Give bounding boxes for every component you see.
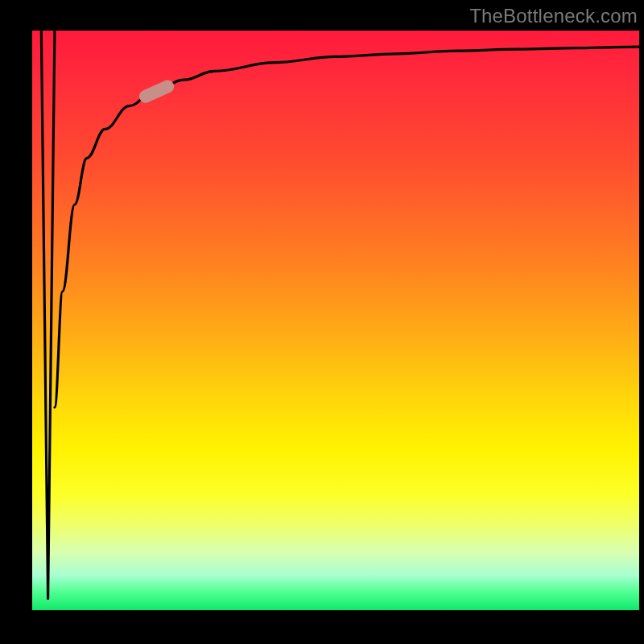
attribution-text: TheBottleneck.com <box>469 5 638 27</box>
chart-svg <box>32 31 639 610</box>
marker-pill-shape <box>137 78 176 105</box>
chart-stage: TheBottleneck.com <box>0 0 644 644</box>
marker-pill <box>137 78 176 105</box>
curve-path <box>41 31 639 599</box>
